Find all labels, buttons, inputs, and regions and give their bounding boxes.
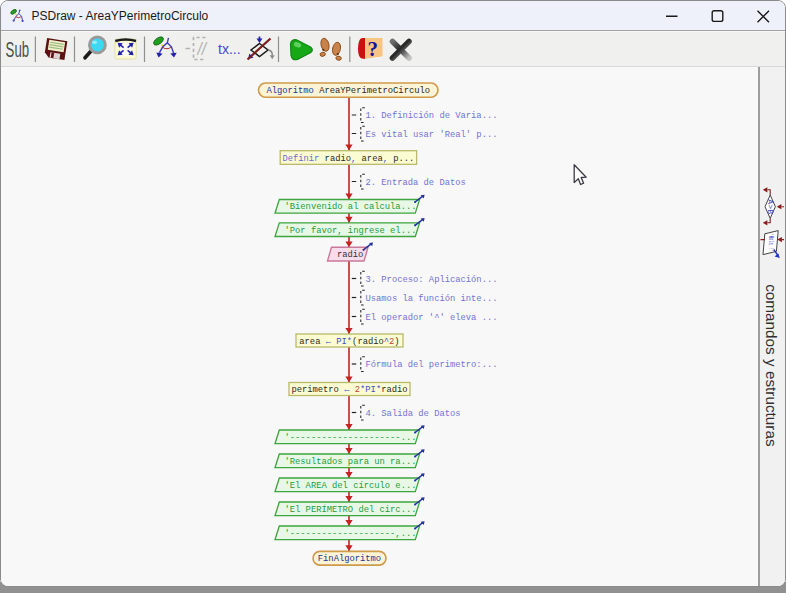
svg-text:El operador '^' eleva ...: El operador '^' eleva ... [366, 313, 498, 323]
svg-text:perimetro ← 2*PI*radio: perimetro ← 2*PI*radio [291, 385, 407, 395]
svg-text:Algoritmo AreaYPerimetroCircul: Algoritmo AreaYPerimetroCirculo [266, 86, 430, 96]
svg-text://: // [197, 37, 208, 59]
svg-text:Definir radio, area, p...: Definir radio, area, p... [282, 154, 414, 164]
svg-text:'---------------------...: '---------------------... [285, 433, 417, 443]
svg-text:'El PERÍMETRO del circ...: 'El PERÍMETRO del circ... [285, 504, 417, 515]
svg-text:2. Entrada de Datos: 2. Entrada de Datos [366, 178, 466, 188]
svg-text:'El AREA del círculo e...: 'El AREA del círculo e... [285, 481, 417, 491]
svg-text:Es vital usar 'Real' p...: Es vital usar 'Real' p... [366, 130, 498, 140]
svg-text:A>B: A>B [766, 199, 774, 214]
svg-text:comandos y estructuras: comandos y estructuras [763, 284, 780, 447]
svg-text:radio: radio [337, 250, 363, 260]
svg-text:Sub: Sub [6, 38, 29, 62]
svg-text:4. Salida de Datos: 4. Salida de Datos [366, 409, 461, 419]
svg-text:'Bienvenido al calcula...: 'Bienvenido al calcula... [285, 202, 417, 212]
svg-text:Usamos la función inte...: Usamos la función inte... [366, 294, 498, 304]
svg-text:'--------------------,...: '--------------------,... [285, 529, 417, 539]
svg-text:1. Definición de Varia...: 1. Definición de Varia... [366, 111, 498, 121]
svg-text:3. Proceso: Aplicación...: 3. Proceso: Aplicación... [366, 275, 498, 285]
svg-text:'Por favor, ingrese el...: 'Por favor, ingrese el... [285, 226, 417, 236]
svg-text:FinAlgoritmo: FinAlgoritmo [318, 554, 381, 564]
svg-text:'Resultados para un ra...: 'Resultados para un ra... [285, 457, 417, 467]
svg-text:'Hola !': 'Hola !' [767, 234, 774, 252]
svg-text:area ← PI*(radio^2): area ← PI*(radio^2) [299, 337, 399, 347]
svg-text:Fórmula del perimetro:...: Fórmula del perimetro:... [366, 360, 498, 370]
svg-text:tx...: tx... [218, 41, 241, 57]
svg-text:?: ? [368, 37, 379, 61]
